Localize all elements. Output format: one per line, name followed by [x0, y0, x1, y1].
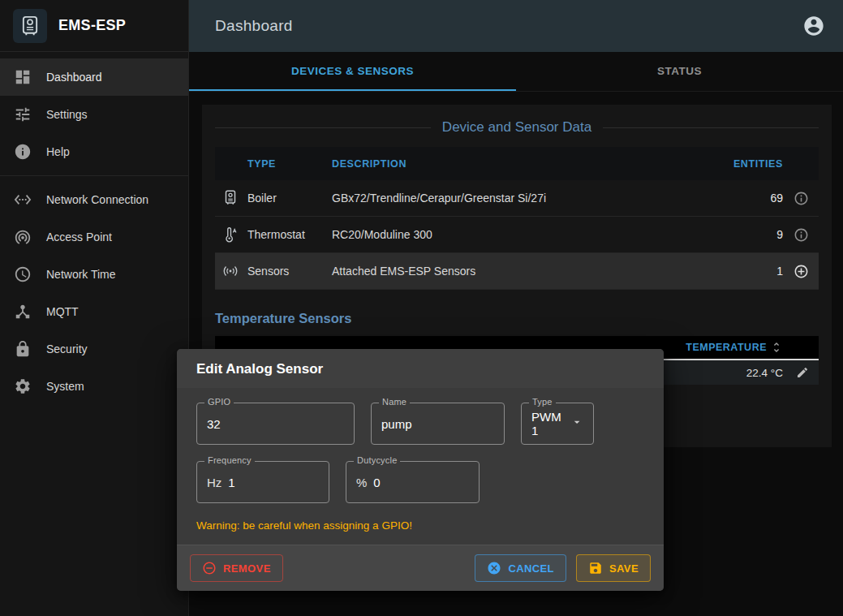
- remove-circle-icon: [202, 561, 217, 575]
- remove-button-label: REMOVE: [223, 562, 271, 575]
- name-field-value: pump: [381, 417, 412, 431]
- sidebar-nav: Dashboard Settings Help Network Connecti…: [0, 52, 188, 405]
- cancel-button-label: CANCEL: [508, 562, 554, 575]
- boiler-logo-icon: [19, 15, 41, 37]
- sidebar-item-label: Settings: [46, 108, 88, 121]
- tab-status[interactable]: STATUS: [516, 52, 843, 91]
- type-select[interactable]: Type PWM 1: [521, 403, 594, 445]
- sidebar-item-label: Access Point: [46, 230, 112, 243]
- dutycycle-field-label: Dutycycle: [354, 455, 400, 465]
- system-gear-icon: [14, 377, 32, 395]
- sidebar-item-label: Network Time: [46, 268, 116, 281]
- page-title: Dashboard: [215, 17, 293, 35]
- table-row-boiler[interactable]: Boiler GBx72/Trendline/Cerapur/Greenstar…: [215, 180, 819, 217]
- device-description: GBx72/Trendline/Cerapur/Greenstar Si/27i: [332, 192, 726, 205]
- save-button[interactable]: SAVE: [576, 554, 651, 582]
- type-select-label: Type: [529, 397, 556, 407]
- add-circle-icon[interactable]: [794, 264, 809, 279]
- security-lock-icon: [14, 340, 32, 358]
- info-icon[interactable]: [794, 191, 809, 206]
- gpio-field-label: GPIO: [204, 397, 234, 407]
- sidebar-item-settings[interactable]: Settings: [0, 96, 188, 133]
- sidebar-item-label: Security: [46, 342, 88, 355]
- temperature-header-label: TEMPERATURE: [686, 342, 767, 353]
- column-header-description: DESCRIPTION: [332, 158, 726, 170]
- cancel-button[interactable]: CANCEL: [475, 554, 566, 582]
- temperature-sensors-title: Temperature Sensors: [215, 311, 819, 326]
- save-icon: [588, 561, 603, 575]
- sidebar-header: EMS-ESP: [0, 0, 188, 52]
- account-icon[interactable]: [802, 15, 825, 37]
- dutycycle-field[interactable]: Dutycycle % 0: [346, 461, 480, 503]
- network-time-icon: [14, 265, 32, 283]
- settings-icon: [14, 106, 32, 123]
- table-row-thermostat[interactable]: Thermostat RC20/Moduline 300 9: [215, 217, 819, 253]
- boiler-icon: [215, 189, 239, 207]
- sidebar-item-mqtt[interactable]: MQTT: [0, 293, 188, 330]
- remove-button[interactable]: REMOVE: [190, 554, 283, 582]
- type-select-value: PWM 1: [531, 410, 564, 437]
- sidebar-item-access-point[interactable]: Access Point: [0, 218, 188, 256]
- gpio-field-value: 32: [207, 417, 221, 431]
- dialog-title: Edit Analog Sensor: [177, 349, 664, 388]
- sidebar-item-network-connection[interactable]: Network Connection: [0, 181, 188, 218]
- sidebar-divider: [0, 175, 188, 176]
- row-action: [783, 191, 819, 206]
- name-field[interactable]: Name pump: [371, 403, 505, 445]
- sidebar-item-network-time[interactable]: Network Time: [0, 256, 188, 293]
- edit-analog-sensor-dialog: Edit Analog Sensor GPIO 32 Name pump Typ…: [177, 349, 664, 591]
- divider-line: [603, 127, 819, 128]
- temperature-value: 22.4 °C: [746, 367, 783, 379]
- device-entities-count: 9: [726, 228, 783, 241]
- field-row: GPIO 32 Name pump Type PWM 1: [196, 403, 644, 445]
- help-icon: [14, 143, 32, 161]
- tab-devices-sensors[interactable]: DEVICES & SENSORS: [189, 52, 516, 91]
- gpio-warning-text: Warning: be careful when assigning a GPI…: [196, 519, 644, 532]
- mqtt-icon: [14, 303, 32, 321]
- tabbar: DEVICES & SENSORS STATUS: [189, 52, 843, 92]
- column-header-entities: ENTITIES: [726, 158, 783, 170]
- dialog-content: GPIO 32 Name pump Type PWM 1 Frequency H…: [177, 388, 664, 545]
- app-title: EMS-ESP: [58, 17, 126, 34]
- sidebar-item-label: Network Connection: [46, 193, 148, 206]
- sidebar: EMS-ESP Dashboard Settings Help Networ: [0, 0, 189, 616]
- frequency-field-value: 1: [228, 476, 234, 489]
- sort-icon: [770, 341, 783, 354]
- device-type: Thermostat: [247, 228, 332, 241]
- dashboard-icon: [14, 68, 32, 86]
- name-field-label: Name: [379, 397, 410, 407]
- sidebar-item-label: Help: [46, 145, 70, 158]
- frequency-field[interactable]: Frequency Hz 1: [196, 461, 329, 503]
- divider-line: [215, 127, 431, 128]
- save-button-label: SAVE: [609, 562, 639, 575]
- dutycycle-field-value: 0: [373, 476, 380, 489]
- sidebar-item-label: System: [46, 380, 84, 393]
- table-row-sensors[interactable]: Sensors Attached EMS-ESP Sensors 1: [215, 253, 819, 290]
- gpio-field[interactable]: GPIO 32: [196, 403, 355, 445]
- device-description: RC20/Moduline 300: [332, 228, 726, 241]
- frequency-unit-prefix: Hz: [207, 476, 222, 489]
- thermostat-icon: [215, 226, 239, 243]
- sensors-icon: [215, 262, 239, 280]
- row-action: [783, 264, 819, 279]
- edit-pencil-icon[interactable]: [796, 366, 809, 379]
- app-logo: [13, 9, 47, 43]
- topbar: Dashboard: [189, 0, 843, 52]
- device-entities-count: 69: [726, 192, 783, 205]
- sidebar-item-dashboard[interactable]: Dashboard: [0, 58, 188, 96]
- device-table: TYPE DESCRIPTION ENTITIES Boiler GBx72/T…: [215, 147, 819, 290]
- field-row: Frequency Hz 1 Dutycycle % 0: [196, 461, 644, 503]
- section-title-row: Device and Sensor Data: [215, 119, 819, 136]
- device-table-header: TYPE DESCRIPTION ENTITIES: [215, 147, 819, 180]
- device-type: Boiler: [247, 192, 332, 205]
- sidebar-item-security[interactable]: Security: [0, 330, 188, 368]
- sidebar-item-system[interactable]: System: [0, 368, 188, 405]
- info-icon[interactable]: [794, 227, 809, 243]
- sidebar-item-label: MQTT: [46, 305, 79, 318]
- sidebar-item-help[interactable]: Help: [0, 133, 188, 170]
- cancel-icon: [487, 561, 501, 575]
- device-description: Attached EMS-ESP Sensors: [332, 265, 726, 278]
- dropdown-arrow-icon: [570, 416, 583, 432]
- column-header-type: TYPE: [247, 158, 332, 170]
- device-type: Sensors: [247, 265, 332, 278]
